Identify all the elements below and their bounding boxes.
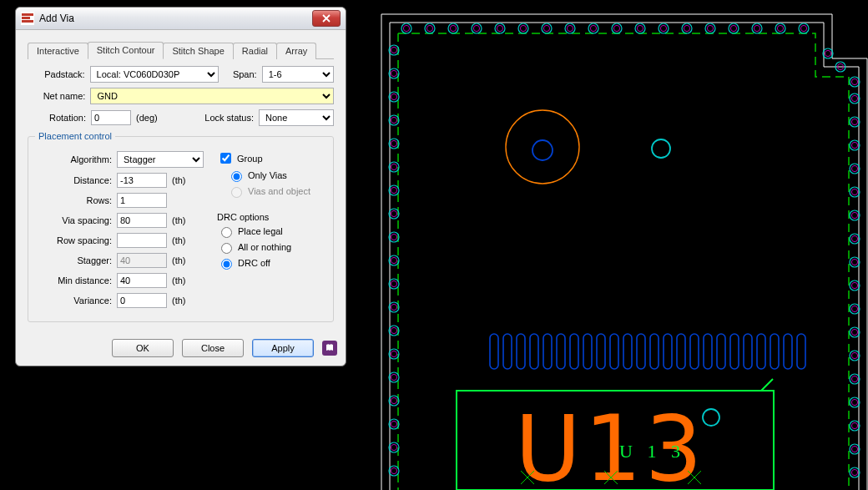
svg-point-58: [850, 234, 860, 244]
svg-point-90: [389, 162, 399, 172]
svg-point-59: [851, 235, 857, 241]
svg-point-120: [652, 139, 670, 158]
svg-rect-121: [490, 334, 498, 369]
padstack-label: Padstack:: [28, 69, 85, 79]
tab-interactive[interactable]: Interactive: [28, 43, 88, 59]
rows-input[interactable]: [117, 193, 167, 208]
add-via-dialog: Add Via Interactive Stitch Contour Stitc…: [15, 7, 346, 366]
svg-point-66: [850, 327, 860, 337]
netname-select[interactable]: GND: [90, 88, 334, 104]
placement-control-group: Placement control Algorithm: Stagger Dis…: [28, 131, 334, 322]
svg-point-74: [850, 421, 860, 431]
svg-point-50: [850, 140, 860, 150]
svg-point-91: [391, 164, 396, 169]
svg-rect-134: [664, 334, 672, 369]
svg-text:U 1 3: U 1 3: [619, 441, 685, 462]
svg-point-39: [800, 25, 806, 31]
svg-point-37: [777, 25, 783, 31]
svg-rect-138: [717, 334, 725, 369]
app-icon: [21, 12, 34, 25]
netname-label: Net name:: [28, 91, 85, 101]
svg-point-63: [851, 282, 857, 288]
pcb-canvas[interactable]: U13U 1 3: [361, 0, 868, 490]
svg-point-48: [850, 117, 860, 127]
pcb-svg: U13U 1 3: [361, 0, 868, 490]
svg-point-7: [426, 25, 432, 31]
svg-point-81: [391, 47, 396, 53]
svg-point-97: [391, 234, 396, 240]
help-button[interactable]: [322, 341, 337, 356]
padstack-select[interactable]: Local: VC060D030P: [90, 66, 220, 83]
rowspacing-input[interactable]: [117, 233, 167, 248]
drc-all-or-nothing-radio[interactable]: [221, 243, 232, 254]
stagger-unit: (th): [172, 255, 192, 265]
svg-point-20: [588, 23, 598, 33]
ok-button[interactable]: OK: [112, 339, 174, 357]
svg-point-119: [532, 140, 553, 160]
mindistance-input[interactable]: [117, 273, 167, 288]
svg-point-34: [752, 23, 762, 33]
rotation-input[interactable]: [91, 110, 131, 125]
group-label: Group: [237, 154, 263, 164]
svg-point-111: [391, 397, 396, 403]
svg-point-109: [391, 374, 396, 380]
apply-button[interactable]: Apply: [252, 339, 314, 357]
svg-point-12: [495, 23, 505, 33]
svg-point-76: [850, 444, 860, 454]
titlebar[interactable]: Add Via: [16, 8, 346, 30]
svg-point-88: [389, 139, 399, 149]
rowspacing-unit: (th): [172, 235, 192, 245]
svg-point-84: [389, 92, 399, 102]
svg-point-14: [518, 23, 528, 33]
placement-control-legend: Placement control: [35, 131, 115, 141]
svg-point-64: [850, 304, 860, 314]
lockstatus-select[interactable]: None: [259, 109, 334, 126]
svg-point-33: [730, 25, 736, 31]
svg-point-32: [729, 23, 739, 33]
svg-point-61: [851, 259, 857, 265]
svg-rect-122: [503, 334, 512, 369]
button-bar: OK Close Apply: [16, 334, 346, 366]
window-close-button[interactable]: [312, 10, 341, 27]
viaspacing-input[interactable]: [117, 213, 167, 228]
svg-point-108: [389, 372, 399, 382]
group-checkbox[interactable]: [220, 153, 231, 164]
svg-point-79: [851, 469, 857, 475]
drc-place-legal-radio[interactable]: [221, 227, 232, 238]
dialog-body: Interactive Stitch Contour Stitch Shape …: [16, 30, 346, 334]
tab-stitch-shape[interactable]: Stitch Shape: [163, 43, 233, 59]
drc-off-label: DRC off: [238, 258, 270, 268]
tab-array[interactable]: Array: [276, 43, 316, 59]
only-vias-radio[interactable]: [231, 171, 242, 182]
svg-point-72: [850, 397, 860, 407]
svg-rect-141: [757, 334, 765, 369]
span-select[interactable]: 1-6: [262, 66, 334, 83]
distance-input[interactable]: [117, 173, 167, 188]
svg-point-55: [851, 189, 857, 194]
variance-input[interactable]: [117, 293, 167, 308]
tab-stitch-contour[interactable]: Stitch Contour: [88, 42, 164, 59]
close-icon: [322, 14, 331, 23]
variance-label: Variance:: [35, 296, 112, 306]
svg-rect-133: [650, 334, 659, 369]
svg-point-4: [401, 23, 411, 33]
drc-all-or-nothing-label: All or nothing: [238, 242, 291, 252]
svg-point-107: [391, 351, 396, 356]
svg-point-86: [389, 115, 399, 125]
svg-point-83: [391, 70, 396, 76]
svg-rect-132: [637, 334, 645, 369]
close-button[interactable]: Close: [182, 339, 244, 357]
svg-point-38: [799, 23, 809, 33]
svg-point-67: [851, 329, 857, 335]
svg-point-8: [448, 23, 458, 33]
drc-off-radio[interactable]: [221, 259, 232, 270]
svg-point-15: [520, 25, 526, 31]
svg-point-80: [389, 45, 399, 55]
svg-point-68: [850, 351, 860, 361]
algorithm-select[interactable]: Stagger: [117, 151, 204, 168]
svg-point-36: [775, 23, 785, 33]
svg-point-17: [543, 25, 549, 31]
tab-radial[interactable]: Radial: [233, 43, 277, 59]
viaspacing-unit: (th): [172, 215, 192, 225]
svg-point-77: [851, 446, 857, 452]
